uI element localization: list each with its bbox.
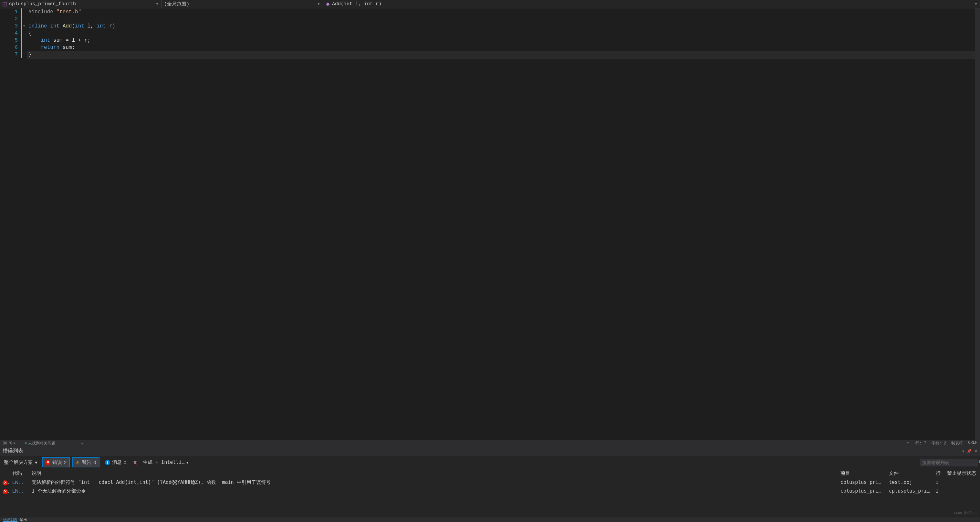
code-line[interactable]: return sum; — [27, 44, 975, 51]
error-icon: ✕ — [3, 489, 8, 494]
warnings-filter-button[interactable]: ⚠ 警告 0 — [72, 457, 99, 468]
scroll-left-icon[interactable]: ◀ — [81, 442, 83, 445]
error-project: cplusplus_prim… — [838, 478, 886, 487]
code-editor[interactable]: 1234567 ⊟ #include "test.h"inline int Ad… — [0, 8, 980, 440]
bottom-tab-strip: 错误列表 输出 — [0, 517, 980, 522]
error-line: 1 — [933, 478, 945, 487]
zoom-level[interactable]: 90 % ▾ — [3, 441, 16, 446]
line-number: 6 — [0, 44, 18, 51]
error-toolbar: 整个解决方案 ▾ ✕ 错误 2 ⚠ 警告 0 i 消息 0 生成 + Intel… — [0, 456, 980, 469]
code-content[interactable]: #include "test.h"inline int Add(int l, i… — [27, 8, 975, 440]
code-line[interactable]: #include "test.h" — [27, 8, 975, 16]
error-code: LNK11 — [10, 487, 29, 495]
fold-collapse-icon[interactable]: ⊟ — [23, 24, 25, 28]
error-search-box[interactable]: 🔍 — [920, 459, 978, 466]
fold-gutter[interactable]: ⊟ — [22, 8, 27, 440]
errors-filter-button[interactable]: ✕ 错误 2 — [42, 457, 70, 468]
line-number: 4 — [0, 30, 18, 37]
chevron-down-icon: ▾ — [13, 441, 16, 446]
vertical-scrollbar[interactable] — [975, 8, 980, 440]
search-icon: 🔍 — [979, 460, 980, 465]
panel-menu-icon[interactable]: ▾ — [962, 449, 964, 453]
tab-error-list[interactable]: 错误列表 — [3, 517, 18, 522]
line-number-gutter: 1234567 — [0, 8, 21, 440]
chevron-down-icon: ▾ — [317, 1, 320, 7]
panel-title-bar[interactable]: 错误列表 ▾ 📌 ✕ — [0, 446, 980, 456]
line-number: 3 — [0, 22, 18, 30]
nav-project-dropdown[interactable]: + cplusplus_primer_fourth ▾ — [0, 0, 162, 8]
col-header-line[interactable]: 行 — [933, 469, 945, 478]
error-project: cplusplus_prim… — [838, 487, 886, 495]
clear-filter-button[interactable] — [132, 459, 138, 466]
svg-text:+: + — [3, 3, 5, 6]
error-line: 1 — [933, 487, 945, 495]
error-file: test.obj — [886, 478, 933, 487]
warning-icon: ⚠ — [76, 460, 80, 465]
code-line[interactable] — [27, 16, 975, 22]
info-icon: i — [105, 460, 110, 465]
error-description: 无法解析的外部符号 "int __cdecl Add(int,int)" (?A… — [29, 478, 838, 487]
col-header-desc[interactable]: 说明 — [29, 469, 838, 478]
status-char: 字符: 2 — [932, 441, 947, 446]
line-number: 2 — [0, 16, 18, 22]
error-icon: ✕ — [3, 480, 8, 485]
build-filter-dropdown[interactable]: 生成 + Intelli… ▾ — [141, 459, 191, 466]
watermark: CSDN @hiland — [954, 511, 977, 515]
status-line: 行: 7 — [915, 441, 926, 446]
code-line[interactable]: { — [27, 30, 975, 37]
panel-close-icon[interactable]: ✕ — [974, 449, 977, 453]
line-number: 1 — [0, 8, 18, 16]
code-line[interactable]: inline int Add(int l, int r) — [27, 22, 975, 30]
line-number: 5 — [0, 37, 18, 44]
status-eol: CRLF — [968, 441, 977, 446]
issues-indicator[interactable]: ⊘ 未找到相关问题 — [25, 441, 55, 446]
error-file: cplusplus_prim… — [886, 487, 933, 495]
status-tab: 制表符 — [951, 441, 963, 446]
error-table: 代码 说明 项目 文件 行 禁止显示状态 ✕LNK20无法解析的外部符号 "in… — [0, 469, 980, 517]
scroll-right-icon[interactable]: ▶ — [907, 441, 909, 446]
navigation-bar: + cplusplus_primer_fourth ▾ (全局范围) ▾ Add… — [0, 0, 980, 8]
chevron-down-icon: ▾ — [35, 460, 37, 465]
col-header-suppress[interactable]: 禁止显示状态 — [945, 469, 980, 478]
col-header-file[interactable]: 文件 — [886, 469, 933, 478]
chevron-down-icon: ▾ — [186, 460, 189, 465]
code-line[interactable]: } — [27, 51, 975, 58]
error-list-panel: 错误列表 ▾ 📌 ✕ 整个解决方案 ▾ ✕ 错误 2 ⚠ 警告 0 i 消息 0 — [0, 446, 980, 517]
error-description: 1 个无法解析的外部命令 — [29, 487, 838, 495]
nav-project-label: cplusplus_primer_fourth — [9, 1, 76, 7]
col-header-project[interactable]: 项目 — [838, 469, 886, 478]
tab-output[interactable]: 输出 — [20, 517, 27, 522]
table-header[interactable]: 代码 说明 项目 文件 行 禁止显示状态 — [0, 469, 980, 478]
nav-scope-label: (全局范围) — [164, 1, 189, 7]
nav-function-label: Add(int l, int r) — [332, 1, 382, 7]
editor-status-bar: 90 % ▾ ⊘ 未找到相关问题 ◀ ▶ 行: 7 字符: 2 制表符 CRLF — [0, 440, 980, 446]
nav-function-dropdown[interactable]: Add(int l, int r) ▾ — [323, 0, 980, 8]
error-search-input[interactable] — [922, 460, 979, 465]
panel-title: 错误列表 — [3, 448, 23, 455]
scope-filter-dropdown[interactable]: 整个解决方案 ▾ — [2, 459, 40, 466]
messages-filter-button[interactable]: i 消息 0 — [102, 458, 129, 467]
line-number: 7 — [0, 51, 18, 58]
check-icon: ⊘ — [25, 441, 27, 446]
method-icon — [326, 2, 330, 6]
error-row[interactable]: ✕LNK20无法解析的外部符号 "int __cdecl Add(int,int… — [0, 478, 980, 487]
panel-pin-icon[interactable]: 📌 — [967, 449, 972, 453]
error-code: LNK20 — [10, 478, 29, 487]
col-header-code[interactable]: 代码 — [10, 469, 29, 478]
cpp-file-icon: + — [3, 2, 7, 6]
error-icon: ✕ — [45, 460, 50, 465]
nav-scope-dropdown[interactable]: (全局范围) ▾ — [162, 0, 323, 8]
chevron-down-icon: ▾ — [975, 1, 977, 7]
svg-rect-2 — [326, 2, 329, 6]
chevron-down-icon: ▾ — [156, 1, 159, 7]
code-line[interactable]: int sum = l + r; — [27, 37, 975, 44]
error-row[interactable]: ✕LNK111 个无法解析的外部命令cplusplus_prim…cpluspl… — [0, 487, 980, 495]
